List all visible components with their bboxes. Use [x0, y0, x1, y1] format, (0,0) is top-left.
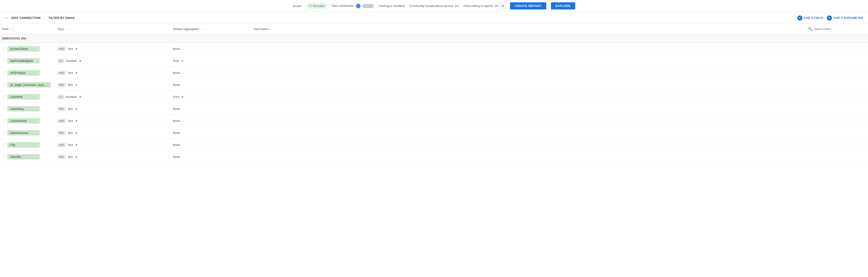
- type-text: Text: [67, 143, 73, 147]
- table-row: ⋮ AccessToken ABC Text ▼ None: [0, 43, 868, 55]
- add-field-icon: +: [797, 15, 802, 21]
- community-on[interactable]: On: [455, 4, 459, 8]
- field-editing-on[interactable]: On: [495, 4, 499, 8]
- field-name-badge[interactable]: CacheSource: [7, 130, 40, 136]
- field-cell: ⋮ AccessToken: [2, 46, 57, 51]
- table-row: ⋮ CacheName ABC Text ▼ None: [0, 115, 868, 127]
- type-sort-icon[interactable]: ↓: [65, 28, 67, 31]
- more-icon[interactable]: ⋮: [2, 142, 6, 147]
- field-cell: ⋮ ax_edge_execution_fault_...: [2, 82, 57, 88]
- create-report-button[interactable]: CREATE REPORT: [510, 2, 546, 9]
- type-icon: 123: [57, 95, 64, 99]
- field-name-badge[interactable]: ClientID: [7, 154, 40, 160]
- type-icon: ABC: [57, 131, 66, 135]
- add-field-label: ADD A FIELD: [804, 16, 824, 20]
- type-cell: ABC Text ▼: [57, 71, 173, 75]
- type-dropdown-icon[interactable]: ▼: [75, 107, 78, 111]
- more-icon[interactable]: ⋮: [2, 118, 6, 124]
- agg-dropdown-icon[interactable]: ▼: [181, 59, 184, 63]
- filter-by-email-button[interactable]: FILTER BY EMAIL: [49, 16, 75, 20]
- data-cred-toggle[interactable]: [362, 4, 374, 8]
- more-icon[interactable]: ⋮: [2, 106, 6, 111]
- field-column-header: Field ↓: [2, 26, 57, 32]
- agg-cell: Sum ▼: [173, 95, 254, 99]
- field-name-badge[interactable]: CacheKey: [7, 106, 40, 111]
- field-name-badge[interactable]: APIProduct: [7, 70, 40, 75]
- type-icon: ABC: [57, 83, 66, 87]
- agg-column-header: Default Aggregation ↓: [173, 27, 254, 31]
- type-dropdown-icon[interactable]: ▼: [75, 155, 78, 159]
- field-name-badge[interactable]: CacheHit: [7, 94, 40, 100]
- agg-sort-icon[interactable]: ↓: [200, 28, 202, 31]
- agg-dropdown-icon[interactable]: ▼: [181, 95, 184, 99]
- type-text: Number: [66, 95, 77, 99]
- type-cell: ABC Text ▼: [57, 131, 173, 135]
- type-dropdown-icon[interactable]: ▼: [75, 83, 78, 87]
- type-text: Text: [67, 107, 73, 111]
- field-editing-label: Field editing in reports: On ⧉: [464, 3, 505, 9]
- field-sort-icon[interactable]: ↓: [10, 28, 11, 31]
- field-cell: ⋮ CacheName: [2, 118, 57, 124]
- field-name-badge[interactable]: ApiPriceMultiplier: [7, 58, 40, 64]
- more-icon[interactable]: ⋮: [2, 95, 6, 100]
- top-bar: Scope: ↻ Reusable Data credentials: Cach…: [0, 0, 868, 12]
- agg-text: None: [173, 131, 180, 135]
- type-dropdown-icon[interactable]: ▼: [79, 95, 82, 99]
- field-name-badge[interactable]: CacheName: [7, 118, 40, 124]
- type-cell: 123 Number ▼: [57, 95, 173, 99]
- type-cell: ABC Text ▼: [57, 155, 173, 159]
- more-icon[interactable]: ⋮: [2, 59, 6, 64]
- type-dropdown-icon[interactable]: ▼: [75, 71, 78, 75]
- back-arrow-icon[interactable]: ←: [5, 15, 9, 20]
- copy-icon-button[interactable]: ⧉: [500, 3, 505, 9]
- more-icon[interactable]: ⋮: [2, 130, 6, 136]
- type-dropdown-icon[interactable]: ▼: [75, 47, 78, 51]
- desc-sort-icon[interactable]: ↓: [270, 28, 272, 31]
- edit-connection-button[interactable]: EDIT CONNECTION: [11, 16, 40, 20]
- type-dropdown-icon[interactable]: ▼: [75, 119, 78, 123]
- reusable-icon: ↻: [309, 4, 312, 8]
- reusable-label: Reusable: [313, 4, 324, 8]
- field-cell: ⋮ ClientID: [2, 154, 57, 160]
- agg-text: None: [173, 119, 180, 123]
- type-text: Text: [67, 155, 73, 159]
- search-input[interactable]: [814, 27, 856, 31]
- add-parameter-button[interactable]: + ADD A PARAMETER: [827, 15, 863, 21]
- field-name-badge[interactable]: ax_edge_execution_fault_...: [7, 82, 51, 88]
- more-icon[interactable]: ⋮: [2, 70, 6, 75]
- table-row: ⋮ ClientID ABC Text ▼ None: [0, 151, 868, 163]
- agg-cell: None: [173, 119, 254, 123]
- table-row: ⋮ ax_edge_execution_fault_... ABC Text ▼…: [0, 79, 868, 91]
- agg-cell: None: [173, 155, 254, 159]
- type-dropdown-icon[interactable]: ▼: [75, 131, 78, 135]
- table-row: ⋮ CacheSource ABC Text ▼ None: [0, 127, 868, 139]
- more-icon[interactable]: ⋮: [2, 46, 6, 51]
- agg-cell: None: [173, 71, 254, 75]
- more-icon[interactable]: ⋮: [2, 154, 6, 160]
- agg-cell: None: [173, 47, 254, 50]
- more-icon[interactable]: ⋮: [2, 82, 6, 88]
- field-cell: ⋮ ApiPriceMultiplier: [2, 58, 57, 64]
- dimensions-label: DIMENSIONS (85): [2, 37, 26, 40]
- type-icon: ABC: [57, 155, 66, 159]
- type-cell: ABC Text ▼: [57, 107, 173, 111]
- type-icon: ABC: [57, 143, 66, 147]
- field-name-badge[interactable]: AccessToken: [7, 46, 40, 51]
- reusable-badge[interactable]: ↻ Reusable: [307, 3, 327, 8]
- data-credentials-label: Data credentials:: [332, 4, 374, 8]
- field-resize-handle[interactable]: [13, 26, 14, 32]
- agg-text: None: [173, 107, 180, 111]
- table-header: Field ↓ Type ↓ Default Aggregation ↓ Des…: [0, 24, 868, 34]
- type-text: Text: [67, 83, 73, 86]
- type-dropdown-icon[interactable]: ▼: [79, 59, 82, 63]
- field-cell: ⋮ CacheKey: [2, 106, 57, 111]
- add-field-button[interactable]: + ADD A FIELD: [797, 15, 824, 21]
- explore-button[interactable]: EXPLORE: [551, 2, 576, 9]
- agg-text: Sum: [173, 95, 179, 99]
- type-dropdown-icon[interactable]: ▼: [75, 143, 78, 147]
- desc-col-label: Description: [254, 27, 269, 31]
- field-col-label: Field: [2, 27, 8, 31]
- community-label: Community visualizations access: On: [409, 4, 459, 8]
- field-name-badge[interactable]: City: [7, 142, 40, 147]
- desc-column-header: Description ↓: [254, 27, 808, 31]
